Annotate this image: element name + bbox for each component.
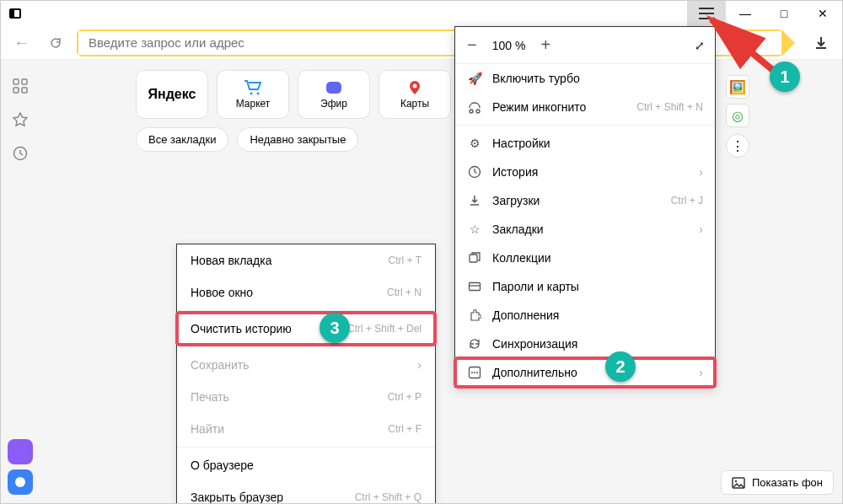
image-icon xyxy=(732,477,745,489)
chevron-right-icon: › xyxy=(699,366,703,379)
menu-turbo[interactable]: 🚀 Включить турбо xyxy=(455,64,715,93)
submenu-label: Печать xyxy=(191,390,388,404)
svg-point-8 xyxy=(250,93,253,95)
menu-label: Режим инкогнито xyxy=(492,100,626,114)
menu-label: Синхронизация xyxy=(492,337,703,351)
menu-label: Коллекции xyxy=(492,251,703,265)
star-icon: ☆ xyxy=(467,222,482,237)
menu-downloads[interactable]: Загрузки Ctrl + J xyxy=(455,186,715,215)
svg-rect-10 xyxy=(326,82,341,94)
submenu-shortcut: Ctrl + F xyxy=(388,423,422,435)
submenu-label: Новая вкладка xyxy=(191,254,389,267)
zoom-controls: − 100 % + ⤢ xyxy=(455,27,715,64)
svg-point-9 xyxy=(257,93,260,95)
submenu-clear-history[interactable]: Очистить историю Ctrl + Shift + Del xyxy=(177,313,435,345)
maximize-button[interactable]: □ xyxy=(765,1,803,26)
efir-icon xyxy=(324,79,344,96)
incognito-icon xyxy=(467,99,482,115)
submenu-shortcut: Ctrl + P xyxy=(388,391,422,403)
maps-pin-icon xyxy=(405,79,425,96)
tile-yandex[interactable]: Яндекс xyxy=(136,70,208,119)
zoom-out-button[interactable]: − xyxy=(467,35,477,55)
submenu-save[interactable]: Сохранить › xyxy=(177,349,435,381)
market-cart-icon xyxy=(243,79,263,96)
hamburger-menu-button[interactable] xyxy=(687,1,726,26)
address-bar-row: ← xyxy=(1,26,842,60)
tile-market[interactable]: Маркет xyxy=(217,70,289,119)
sync-icon xyxy=(467,336,482,351)
download-icon xyxy=(467,193,482,208)
submenu-print[interactable]: Печать Ctrl + P xyxy=(177,381,435,413)
menu-sync: Синхронизация xyxy=(455,330,715,358)
alice-assistant-icon[interactable] xyxy=(8,469,33,495)
submenu-new-tab[interactable]: Новая вкладка Ctrl + T xyxy=(177,244,435,276)
submenu-find[interactable]: Найти Ctrl + F xyxy=(177,413,435,445)
annotation-badge-3: 3 xyxy=(319,313,350,343)
titlebar: — □ ✕ xyxy=(1,1,842,26)
reload-button[interactable] xyxy=(43,30,68,56)
menu-settings[interactable]: ⚙ Настройки xyxy=(455,129,715,158)
submenu-label: Закрыть браузер xyxy=(191,491,355,504)
svg-rect-3 xyxy=(13,79,19,84)
minimize-button[interactable]: — xyxy=(726,1,765,26)
menu-passwords[interactable]: Пароли и карты xyxy=(455,272,715,301)
all-bookmarks-tab[interactable]: Все закладки xyxy=(136,127,228,152)
fullscreen-icon[interactable]: ⤢ xyxy=(695,39,705,52)
menu-label: Загрузки xyxy=(492,194,661,207)
card-icon xyxy=(467,279,482,294)
tab-indicator[interactable] xyxy=(1,8,21,19)
alice-widget-icon[interactable] xyxy=(8,439,33,464)
gear-icon: ⚙ xyxy=(467,136,482,151)
svg-rect-4 xyxy=(22,79,27,84)
tile-efir[interactable]: Эфир xyxy=(298,70,370,119)
svg-rect-6 xyxy=(22,88,27,93)
submenu-label: О браузере xyxy=(191,458,422,472)
tile-label: Эфир xyxy=(320,98,347,110)
submenu-shortcut: Ctrl + T xyxy=(389,255,422,266)
menu-label: История xyxy=(492,165,689,179)
menu-extensions[interactable]: Дополнения xyxy=(455,301,715,330)
menu-more[interactable]: Дополнительно › xyxy=(455,358,715,387)
svg-point-19 xyxy=(476,372,478,373)
svg-rect-5 xyxy=(13,88,19,93)
extension-icon-1[interactable]: 🖼️ xyxy=(726,75,749,99)
extension-more-button[interactable]: ⋮ xyxy=(726,134,749,158)
menu-shortcut: Ctrl + Shift + N xyxy=(636,101,703,113)
zoom-in-button[interactable]: + xyxy=(540,35,550,55)
menu-incognito[interactable]: Режим инкогнито Ctrl + Shift + N xyxy=(455,93,715,121)
close-button[interactable]: ✕ xyxy=(803,1,842,26)
rocket-icon: 🚀 xyxy=(467,71,482,86)
extension-icon-2[interactable]: ◎ xyxy=(726,104,749,127)
menu-label: Пароли и карты xyxy=(492,280,703,293)
favorites-star-icon[interactable] xyxy=(8,108,32,131)
show-background-label: Показать фон xyxy=(752,476,823,489)
tile-label: Карты xyxy=(400,98,429,110)
menu-collections[interactable]: Коллекции xyxy=(455,244,715,272)
svg-point-11 xyxy=(413,84,417,88)
svg-point-18 xyxy=(474,372,475,373)
submenu-close-browser[interactable]: Закрыть браузер Ctrl + Shift + Q xyxy=(177,481,435,504)
bookmark-tabs: Все закладки Недавно закрытые xyxy=(136,127,358,152)
back-button[interactable]: ← xyxy=(9,30,35,56)
recently-closed-tab[interactable]: Недавно закрытые xyxy=(237,127,358,152)
downloads-button[interactable] xyxy=(808,30,834,56)
collections-icon xyxy=(467,250,482,265)
annotation-badge-2: 2 xyxy=(605,351,636,382)
submenu-new-window[interactable]: Новое окно Ctrl + N xyxy=(177,276,435,308)
submenu-about[interactable]: О браузере xyxy=(177,449,435,481)
more-submenu: Новая вкладка Ctrl + T Новое окно Ctrl +… xyxy=(176,244,436,504)
tiles-icon[interactable] xyxy=(8,74,32,98)
puzzle-icon xyxy=(467,308,482,323)
show-background-button[interactable]: Показать фон xyxy=(721,470,834,495)
history-clock-icon[interactable] xyxy=(8,142,32,165)
submenu-shortcut: Ctrl + Shift + Del xyxy=(347,323,422,335)
chevron-right-icon: › xyxy=(699,223,703,236)
submenu-shortcut: Ctrl + N xyxy=(387,287,422,298)
extension-icons: 🖼️ ◎ xyxy=(726,75,749,127)
clock-icon xyxy=(467,164,482,180)
menu-history[interactable]: История › xyxy=(455,158,715,186)
menu-bookmarks[interactable]: ☆ Закладки › xyxy=(455,215,715,244)
tile-maps[interactable]: Карты xyxy=(379,70,451,119)
menu-label: Закладки xyxy=(492,223,689,236)
main-menu: − 100 % + ⤢ 🚀 Включить турбо Режим инког… xyxy=(454,26,716,388)
